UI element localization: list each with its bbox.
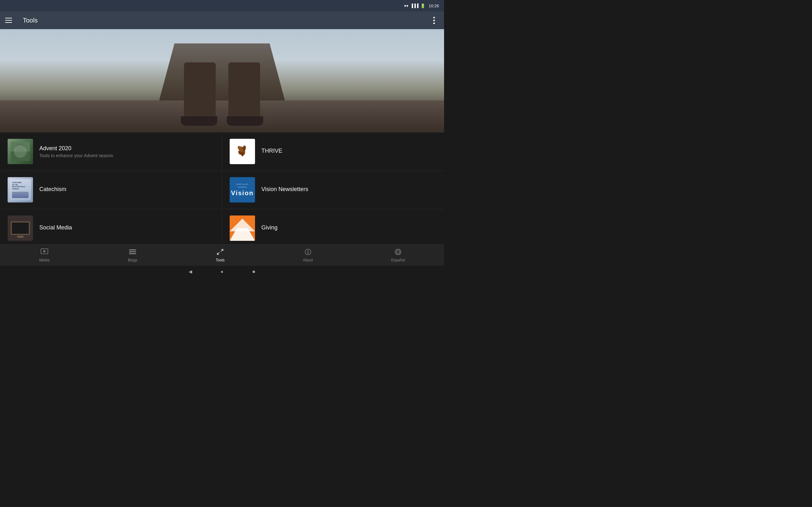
vision-cover-tagline: Health. growth. completion. xyxy=(232,183,253,188)
hero-image xyxy=(0,29,444,132)
catechism-cover: CATECHISMOF THENEW APOSTOLICCHURCH xyxy=(9,179,31,201)
home-button[interactable]: ● xyxy=(219,268,225,275)
back-button[interactable]: ◀ xyxy=(187,268,194,275)
list-item[interactable]: Health. growth. completion. Vision Visio… xyxy=(222,171,444,209)
page-title: Tools xyxy=(23,17,429,24)
vision-info: Vision Newsletters xyxy=(261,186,437,194)
catechism-cover-text: CATECHISMOF THENEW APOSTOLICCHURCH xyxy=(12,181,29,190)
giving-info: Giving xyxy=(261,224,437,232)
tools-icon xyxy=(216,248,224,257)
advent-thumbnail xyxy=(8,139,33,164)
about-icon xyxy=(304,248,312,257)
catechism-thumbnail: CATECHISMOF THENEW APOSTOLICCHURCH xyxy=(8,177,33,203)
advent-title: Advent 2020 xyxy=(39,145,214,152)
nav-blogs[interactable]: Blogs xyxy=(121,246,144,265)
espanol-icon xyxy=(394,248,402,257)
list-icon xyxy=(129,248,136,256)
social-thumbnail xyxy=(8,216,33,241)
svg-line-18 xyxy=(217,252,219,255)
advent-info: Advent 2020 Tools to enhance your Advent… xyxy=(39,145,214,158)
svg-rect-17 xyxy=(129,253,136,254)
giving-title: Giving xyxy=(261,224,437,231)
espanol-label: Español xyxy=(391,258,405,262)
list-item[interactable]: Social Media xyxy=(0,209,222,247)
thrive-info: THRIVE xyxy=(261,148,437,156)
tools-label: Tools xyxy=(216,258,224,262)
monitor-icon xyxy=(11,222,30,235)
nav-media[interactable]: Media xyxy=(33,246,56,265)
social-title: Social Media xyxy=(39,224,214,231)
media-icon xyxy=(41,248,48,257)
media-label: Media xyxy=(39,258,49,262)
svg-rect-15 xyxy=(129,249,136,250)
signal-icon: ▐▐▐ xyxy=(410,3,419,8)
giving-image xyxy=(230,216,255,241)
list-item[interactable]: Advent 2020 Tools to enhance your Advent… xyxy=(0,132,222,171)
wifi-icon: ▾▾ xyxy=(404,3,409,8)
svg-point-2 xyxy=(15,144,25,153)
bottom-navigation: Media Blogs Tools xyxy=(0,244,444,266)
more-options-button[interactable] xyxy=(429,15,439,25)
thrive-thumbnail xyxy=(230,139,255,164)
blogs-icon xyxy=(129,248,136,257)
vision-cover: Health. growth. completion. Vision xyxy=(230,177,255,203)
advent-subtitle: Tools to enhance your Advent season xyxy=(39,153,214,158)
info-icon xyxy=(304,248,312,256)
system-nav-bar: ◀ ● ■ xyxy=(0,266,444,277)
svg-line-19 xyxy=(221,249,223,251)
list-item[interactable]: THRIVE xyxy=(222,132,444,171)
catechism-title: Catechism xyxy=(39,186,214,193)
vision-thumbnail: Health. growth. completion. Vision xyxy=(230,177,255,203)
expand-icon xyxy=(216,248,224,256)
time-display: 10:26 xyxy=(428,3,439,8)
vision-title: Vision Newsletters xyxy=(261,186,437,193)
boot-right xyxy=(229,62,260,126)
svg-rect-16 xyxy=(129,251,136,252)
boot-left xyxy=(184,62,216,126)
svg-point-22 xyxy=(307,250,308,250)
advent-image xyxy=(11,142,30,161)
rocky-ground xyxy=(0,101,444,132)
content-area: Advent 2020 Tools to enhance your Advent… xyxy=(0,132,444,256)
catechism-cover-graphic xyxy=(12,192,29,198)
nav-tools[interactable]: Tools xyxy=(209,246,231,265)
social-info: Social Media xyxy=(39,224,214,232)
tools-grid: Advent 2020 Tools to enhance your Advent… xyxy=(0,132,444,247)
app-bar: Tools xyxy=(0,11,444,29)
nav-about[interactable]: About xyxy=(297,246,319,265)
giving-thumbnail xyxy=(230,216,255,241)
thrive-leaf-image xyxy=(233,142,252,161)
svg-marker-14 xyxy=(44,250,46,252)
recent-apps-button[interactable]: ■ xyxy=(251,268,257,275)
play-icon xyxy=(41,248,48,256)
catechism-info: Catechism xyxy=(39,186,214,194)
vision-cover-title: Vision xyxy=(231,189,254,197)
status-icons: ▾▾ ▐▐▐ 🔋 10:26 xyxy=(404,3,439,8)
list-item[interactable]: Giving xyxy=(222,209,444,247)
status-bar: ▾▾ ▐▐▐ 🔋 10:26 xyxy=(0,0,444,11)
svg-rect-1 xyxy=(11,152,30,161)
nav-espanol[interactable]: Español xyxy=(385,246,411,265)
hamburger-menu-button[interactable] xyxy=(5,15,15,25)
thrive-title: THRIVE xyxy=(261,148,437,154)
blogs-label: Blogs xyxy=(128,258,137,262)
battery-icon: 🔋 xyxy=(420,3,425,8)
list-item[interactable]: CATECHISMOF THENEW APOSTOLICCHURCH Catec… xyxy=(0,171,222,209)
about-label: About xyxy=(303,258,313,262)
globe-icon xyxy=(394,248,402,256)
